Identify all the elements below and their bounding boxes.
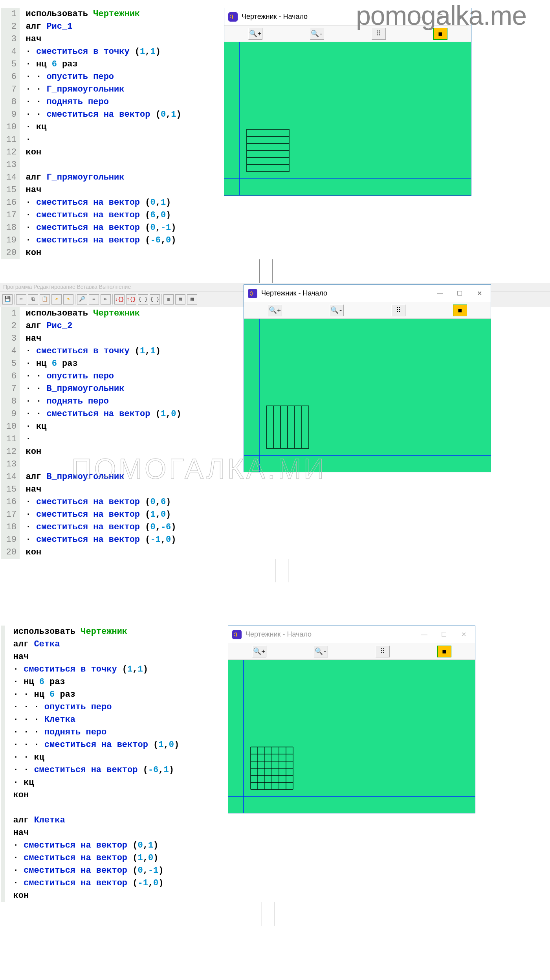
titlebar[interactable]: Чертежник - Начало — ☐ ✕ (228, 626, 475, 643)
grid-icon[interactable]: ⠿ (376, 646, 390, 657)
zoom-out-icon[interactable]: 🔍- (330, 305, 344, 316)
svg-rect-9 (244, 319, 491, 472)
watermark-top: pomogalka.me (356, 0, 526, 31)
app-icon (232, 630, 242, 639)
drawer-window-1: Чертежник - Начало — ☐ ✕ 🔍+ 🔍- ⠿ ◼ (224, 8, 471, 196)
svg-rect-0 (224, 42, 471, 195)
code-editor[interactable]: использовать Чертежникалг Сетканач· смес… (9, 626, 179, 902)
canvas[interactable] (224, 42, 471, 195)
drawer-toolbar: 🔍+ 🔍- ⠿ ◼ (228, 643, 475, 660)
zoom-out-icon[interactable]: 🔍- (310, 28, 324, 40)
window-title: Чертежник - Начало (246, 630, 414, 639)
copy-icon[interactable]: ⧉ (28, 294, 38, 305)
braces-icon[interactable]: { } (138, 294, 148, 305)
cols2-icon[interactable]: ▤ (175, 294, 185, 305)
canvas[interactable] (228, 660, 475, 813)
maximize-button[interactable]: ☐ (434, 627, 454, 642)
fit-icon[interactable]: ◼ (453, 305, 467, 316)
paste-icon[interactable]: 📋 (40, 294, 50, 305)
fit-icon[interactable]: ◼ (437, 646, 451, 657)
braces2-icon[interactable]: { } (150, 294, 160, 305)
svg-rect-18 (228, 660, 475, 813)
code-editor[interactable]: использовать Чертежникалг Рис_1нач· смес… (24, 8, 182, 259)
watermark-mid: ПОМОГАЛКА.МИ (72, 453, 326, 485)
cols1-icon[interactable]: ▥ (163, 294, 174, 305)
drawer-window-2: Чертежник - Начало — ☐ ✕ 🔍+ 🔍- ⠿ ◼ (244, 284, 491, 472)
app-icon (228, 12, 238, 22)
minimize-button[interactable]: — (414, 627, 434, 642)
zoom-in-icon[interactable]: 🔍+ (268, 305, 282, 316)
titlebar[interactable]: Чертежник - Начало — ☐ ✕ (244, 285, 491, 302)
minimize-button[interactable]: — (430, 286, 450, 301)
app-icon (248, 289, 257, 298)
step-out-icon[interactable]: ↑{} (126, 294, 136, 305)
save-icon[interactable]: 💾 (2, 294, 13, 305)
canvas[interactable] (244, 319, 491, 472)
close-button[interactable]: ✕ (454, 627, 473, 642)
drawer-toolbar: 🔍+ 🔍- ⠿ ◼ (244, 302, 491, 319)
drawer-window-3: Чертежник - Начало — ☐ ✕ 🔍+ 🔍- ⠿ ◼ (228, 626, 475, 813)
zoom-in-icon[interactable]: 🔍+ (248, 28, 262, 40)
window-title: Чертежник - Начало (261, 289, 430, 297)
maximize-button[interactable]: ☐ (450, 286, 469, 301)
code-editor[interactable]: использовать Чертежникалг Рис_2нач· смес… (24, 307, 182, 559)
zoom-in-icon[interactable]: 🔍+ (252, 646, 266, 657)
cols3-icon[interactable]: ▦ (187, 294, 197, 305)
undo-icon[interactable]: ↶ (51, 294, 62, 305)
redo-icon[interactable]: ↷ (63, 294, 73, 305)
line-gutter: 1234567891011121314151617181920 (1, 8, 20, 259)
line-gutter (1, 626, 5, 902)
line-gutter: 1234567891011121314151617181920 (1, 307, 20, 559)
goto-icon[interactable]: ≡ (89, 294, 99, 305)
cut-icon[interactable]: ✂ (16, 294, 26, 305)
find-icon[interactable]: 🔎 (77, 294, 87, 305)
close-button[interactable]: ✕ (469, 286, 489, 301)
zoom-out-icon[interactable]: 🔍- (314, 646, 328, 657)
grid-icon[interactable]: ⠿ (391, 305, 405, 316)
indent-icon[interactable]: ⇤ (101, 294, 111, 305)
step-in-icon[interactable]: ↓{} (114, 294, 125, 305)
